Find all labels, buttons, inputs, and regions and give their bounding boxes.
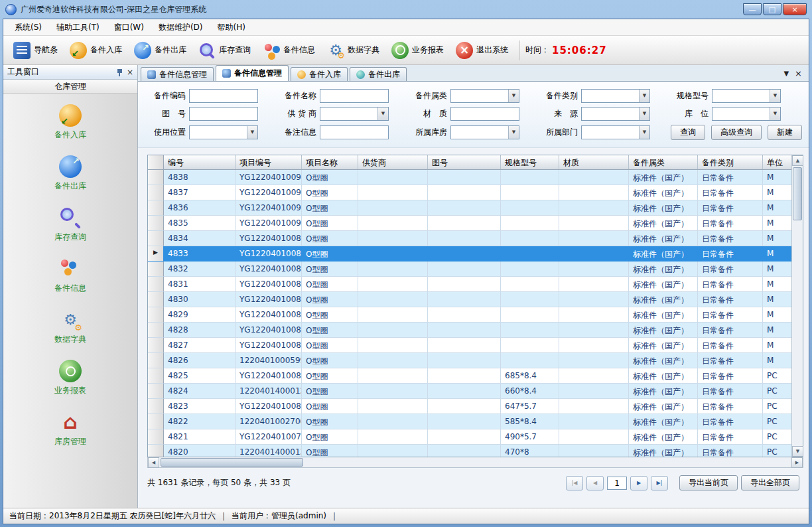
location-combo[interactable]: ▼	[712, 107, 781, 121]
first-page-button[interactable]: |◀	[566, 476, 583, 490]
grid-cell[interactable]: 日常备件	[698, 231, 763, 246]
grid-cell[interactable]: PC	[763, 368, 791, 384]
grid-cell[interactable]	[428, 307, 501, 323]
table-row[interactable]: 4837YG12204010092O型圈标准件（国产）日常备件M	[148, 185, 791, 200]
grid-cell[interactable]: 4832	[164, 262, 236, 277]
grid-cell[interactable]: O型圈	[302, 170, 358, 185]
toolbar-button-parts-outbound[interactable]: 备件出库	[128, 39, 192, 62]
grid-cell[interactable]	[428, 429, 501, 445]
vscroll-track[interactable]	[792, 166, 803, 446]
grid-cell[interactable]: YG12204010079	[236, 429, 302, 445]
grid-cell[interactable]	[428, 368, 501, 384]
pin-icon[interactable]	[116, 68, 123, 76]
grid-cell[interactable]	[559, 200, 629, 216]
grid-cell[interactable]	[428, 216, 501, 231]
grid-cell[interactable]	[428, 414, 501, 429]
remark-input[interactable]	[320, 125, 389, 139]
grid-cell[interactable]	[358, 445, 428, 457]
row-header[interactable]	[148, 170, 164, 185]
grid-cell[interactable]: 4822	[164, 414, 236, 429]
table-row[interactable]: 4838YG12204010093O型圈标准件（国产）日常备件M	[148, 170, 791, 185]
warehouse-combo[interactable]: ▼	[450, 125, 519, 139]
grid-cell[interactable]	[501, 338, 559, 353]
column-header[interactable]: 规格型号	[501, 155, 559, 169]
row-header[interactable]	[148, 185, 164, 200]
table-row[interactable]: 4832YG12204010087O型圈标准件（国产）日常备件M	[148, 262, 791, 277]
row-header[interactable]	[148, 445, 164, 457]
export-all-pages-button[interactable]: 导出全部页	[741, 475, 799, 490]
row-header[interactable]	[148, 262, 164, 277]
column-header[interactable]: 供货商	[358, 155, 428, 169]
grid-cell[interactable]: O型圈	[302, 277, 358, 292]
grid-cell[interactable]: 1220401400012	[236, 384, 302, 399]
grid-cell[interactable]	[501, 292, 559, 307]
grid-cell[interactable]: O型圈	[302, 307, 358, 323]
sidebar-item-parts-info[interactable]: 备件信息	[3, 258, 137, 294]
row-header[interactable]	[148, 231, 164, 246]
grid-cell[interactable]: 4837	[164, 185, 236, 200]
query-button[interactable]: 查询	[671, 125, 705, 140]
menu-item-help[interactable]: 帮助(H)	[210, 19, 253, 36]
table-row[interactable]: 4831YG12204010086O型圈标准件（国产）日常备件M	[148, 277, 791, 292]
prev-page-button[interactable]: ◀	[586, 476, 604, 490]
menu-item-window[interactable]: 窗口(W)	[107, 19, 151, 36]
spec-model-combo[interactable]: ▼	[712, 89, 781, 103]
grid-cell[interactable]: 标准件（国产）	[629, 231, 698, 246]
grid-cell[interactable]: 标准件（国产）	[629, 200, 698, 216]
grid-cell[interactable]: 标准件（国产）	[629, 277, 698, 292]
grid-cell[interactable]: 标准件（国产）	[629, 292, 698, 307]
sidebar-close-icon[interactable]: ×	[127, 68, 133, 76]
grid-cell[interactable]	[559, 277, 629, 292]
grid-cell[interactable]: M	[763, 231, 791, 246]
grid-cell[interactable]	[358, 277, 428, 292]
grid-cell[interactable]: 日常备件	[698, 262, 763, 277]
grid-cell[interactable]	[501, 353, 559, 368]
grid-cell[interactable]: O型圈	[302, 246, 358, 262]
chevron-down-icon[interactable]: ▼	[770, 90, 780, 102]
next-page-button[interactable]: ▶	[630, 476, 647, 490]
grid-cell[interactable]: O型圈	[302, 262, 358, 277]
column-header[interactable]: 备件属类	[629, 155, 698, 169]
column-header[interactable]: 单位	[763, 155, 791, 169]
chevron-down-icon[interactable]: ▼	[508, 90, 519, 102]
grid-cell[interactable]	[428, 399, 501, 414]
grid-cell[interactable]	[358, 262, 428, 277]
grid-cell[interactable]: 4824	[164, 384, 236, 399]
grid-cell[interactable]	[358, 384, 428, 399]
scroll-up-button[interactable]: ▲	[792, 155, 803, 166]
use-position-combo[interactable]: ▼	[189, 125, 258, 139]
grid-cell[interactable]: 日常备件	[698, 216, 763, 231]
grid-cell[interactable]: O型圈	[302, 399, 358, 414]
grid-cell[interactable]	[358, 353, 428, 368]
grid-cell[interactable]: 647*5.7	[501, 399, 559, 414]
grid-cell[interactable]: 日常备件	[698, 170, 763, 185]
sidebar-group-header[interactable]: 仓库管理	[3, 80, 137, 94]
grid-cell[interactable]: M	[763, 246, 791, 262]
new-button[interactable]: 新建	[768, 125, 802, 140]
grid-cell[interactable]: YG12204010080	[236, 399, 302, 414]
grid-corner[interactable]	[148, 155, 164, 169]
table-row[interactable]: 4828YG12204010083O型圈标准件（国产）日常备件M	[148, 323, 791, 338]
grid-cell[interactable]	[559, 216, 629, 231]
table-row[interactable]: 4834YG12204010089O型圈标准件（国产）日常备件M	[148, 231, 791, 246]
grid-cell[interactable]: PC	[763, 429, 791, 445]
grid-cell[interactable]	[501, 262, 559, 277]
grid-cell[interactable]: 4826	[164, 353, 236, 368]
sidebar-item-data-dictionary[interactable]: 数据字典	[3, 309, 137, 345]
grid-cell[interactable]: M	[763, 216, 791, 231]
grid-cell[interactable]	[428, 246, 501, 262]
grid-cell[interactable]: O型圈	[302, 384, 358, 399]
minimize-button[interactable]: —	[743, 3, 762, 15]
grid-cell[interactable]: M	[763, 170, 791, 185]
grid-cell[interactable]: 标准件（国产）	[629, 368, 698, 384]
part-name-input[interactable]	[320, 89, 389, 103]
grid-cell[interactable]: 标准件（国产）	[629, 216, 698, 231]
toolbar-button-navbar[interactable]: 导航条	[7, 39, 64, 62]
grid-cell[interactable]: O型圈	[302, 200, 358, 216]
grid-cell[interactable]	[559, 262, 629, 277]
menu-item-data-maintain[interactable]: 数据维护(D)	[151, 19, 210, 36]
grid-cell[interactable]: 4828	[164, 323, 236, 338]
grid-cell[interactable]: O型圈	[302, 445, 358, 457]
vertical-scrollbar[interactable]: ▲ ▼	[791, 155, 803, 457]
grid-cell[interactable]: 4831	[164, 277, 236, 292]
